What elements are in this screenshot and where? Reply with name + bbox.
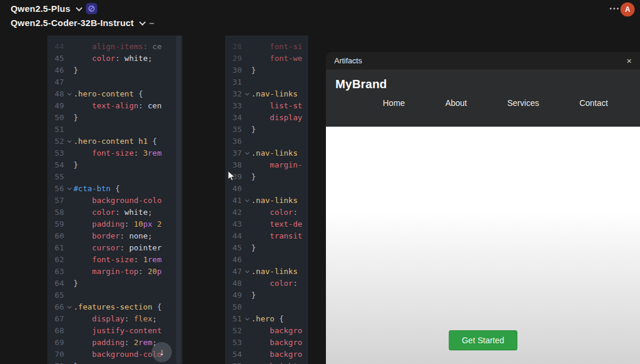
fold-gutter bbox=[242, 317, 251, 320]
line-number: 51 bbox=[47, 125, 64, 134]
line-number: 62 bbox=[47, 255, 64, 264]
artifacts-panel: Artifacts × MyBrand HomeAboutServicesCon… bbox=[326, 52, 640, 364]
close-icon[interactable]: × bbox=[626, 56, 632, 65]
fold-chevron-icon[interactable] bbox=[245, 150, 249, 154]
code-line: 71} bbox=[47, 360, 173, 364]
artifacts-header: Artifacts × bbox=[326, 52, 640, 70]
model-selector-primary[interactable]: Qwen2.5-Plus bbox=[11, 3, 97, 14]
code-text: padding: 2rem; bbox=[73, 338, 157, 347]
code-line: 43 text-de bbox=[225, 218, 308, 230]
code-text: } bbox=[251, 172, 256, 181]
code-line: 30} bbox=[225, 64, 308, 76]
artifacts-title: Artifacts bbox=[334, 56, 362, 65]
code-text: transit bbox=[251, 231, 302, 240]
mouse-cursor-icon bbox=[227, 170, 236, 185]
fold-chevron-icon[interactable] bbox=[245, 269, 249, 273]
code-line: 50} bbox=[47, 111, 173, 123]
line-number: 71 bbox=[47, 362, 64, 364]
nav-link-about[interactable]: About bbox=[445, 98, 467, 108]
nav-link-contact[interactable]: Contact bbox=[580, 98, 608, 108]
code-text: text-align: cen bbox=[73, 101, 162, 110]
code-text: } bbox=[251, 66, 256, 75]
code-text: .hero { bbox=[251, 314, 284, 323]
line-number: 29 bbox=[225, 54, 242, 63]
code-line: 47.nav-links bbox=[225, 265, 308, 277]
code-line: 47 bbox=[47, 76, 173, 88]
nav-link-home[interactable]: Home bbox=[383, 98, 405, 108]
code-line: 31 bbox=[225, 76, 308, 88]
line-number: 67 bbox=[47, 314, 64, 323]
code-text: font-si bbox=[251, 42, 302, 51]
code-line: 68 justify-content bbox=[47, 324, 173, 336]
code-line: 46} bbox=[47, 64, 173, 76]
fold-chevron-icon[interactable] bbox=[245, 198, 249, 202]
code-text: } bbox=[251, 243, 256, 252]
code-text: .hero-content h1 { bbox=[73, 137, 157, 146]
line-number: 46 bbox=[47, 66, 64, 75]
fold-chevron-icon[interactable] bbox=[67, 186, 71, 190]
line-number: 65 bbox=[47, 291, 64, 299]
code-text: align-items: ce bbox=[73, 42, 162, 51]
model-selector-secondary[interactable]: Qwen2.5-Coder-32B-Instruct – bbox=[11, 18, 154, 28]
line-number: 34 bbox=[225, 113, 242, 122]
code-text: text-de bbox=[251, 220, 302, 228]
line-number: 38 bbox=[225, 160, 242, 169]
line-number: 45 bbox=[225, 243, 242, 252]
code-text: color: white; bbox=[73, 208, 152, 217]
down-arrow-icon: ↓ bbox=[159, 347, 164, 357]
scroll-to-bottom-button[interactable]: ↓ bbox=[152, 342, 172, 362]
code-text: background-colo bbox=[73, 350, 162, 359]
more-options-icon[interactable] bbox=[610, 8, 619, 9]
line-number: 53 bbox=[47, 149, 64, 157]
line-number: 56 bbox=[47, 184, 64, 193]
code-text: list-st bbox=[251, 101, 302, 110]
code-line: 67 display: flex; bbox=[47, 313, 173, 324]
line-number: 28 bbox=[225, 42, 242, 51]
fold-gutter bbox=[64, 305, 73, 308]
code-line: 66.features-section { bbox=[47, 301, 173, 313]
code-text: } bbox=[73, 66, 78, 75]
preview-hero-section: Get Started bbox=[326, 127, 640, 364]
code-line: 44 align-items: ce bbox=[47, 40, 173, 52]
avatar[interactable]: A bbox=[620, 2, 635, 17]
code-line: 39} bbox=[225, 170, 308, 182]
code-line: 33 list-st bbox=[225, 99, 308, 111]
brand-logo-text: MyBrand bbox=[326, 70, 640, 91]
fold-chevron-icon[interactable] bbox=[67, 91, 71, 95]
code-text: margin-top: 20p bbox=[73, 267, 162, 276]
line-number: 33 bbox=[225, 101, 242, 110]
code-line: 58 color: white; bbox=[47, 206, 173, 218]
code-text: font-size: 3rem bbox=[73, 149, 162, 157]
fold-chevron-icon[interactable] bbox=[245, 91, 249, 95]
code-line: 37.nav-links bbox=[225, 147, 308, 159]
code-editor-right[interactable]: 28 font-si29 font-we30}3132.nav-links33 … bbox=[225, 36, 308, 364]
nav-link-services[interactable]: Services bbox=[507, 98, 539, 108]
get-started-button[interactable]: Get Started bbox=[449, 330, 517, 350]
editor-scrollbar[interactable] bbox=[176, 36, 181, 364]
code-line: 35} bbox=[225, 123, 308, 135]
code-line: 59 padding: 10px 2 bbox=[47, 218, 173, 230]
line-number: 49 bbox=[225, 291, 242, 299]
collapse-dash[interactable]: – bbox=[149, 18, 154, 28]
code-text: justify-content bbox=[73, 326, 162, 335]
code-text: } bbox=[73, 113, 78, 122]
app-window: Qwen2.5-Plus Qwen2.5-Coder-32B-Instruct … bbox=[0, 0, 640, 364]
fold-chevron-icon[interactable] bbox=[67, 138, 71, 143]
line-number: 54 bbox=[47, 160, 64, 169]
code-text: height bbox=[251, 362, 297, 364]
line-number: 35 bbox=[225, 125, 242, 134]
code-line: 48.hero-content { bbox=[47, 88, 173, 99]
code-text: margin- bbox=[251, 160, 302, 169]
code-line: 50 bbox=[225, 301, 308, 313]
code-line: 64} bbox=[47, 277, 173, 289]
line-number: 42 bbox=[225, 208, 242, 217]
fold-gutter bbox=[242, 92, 251, 95]
line-number: 37 bbox=[225, 149, 242, 157]
fold-gutter bbox=[64, 92, 73, 95]
line-number: 47 bbox=[225, 267, 242, 276]
fold-chevron-icon[interactable] bbox=[67, 304, 71, 308]
fold-chevron-icon[interactable] bbox=[245, 316, 249, 320]
code-line: 60 border: none; bbox=[47, 230, 173, 241]
code-line: 38 margin- bbox=[225, 159, 308, 170]
code-editor-left[interactable]: 44 align-items: ce45 color: white;46}474… bbox=[47, 36, 183, 364]
